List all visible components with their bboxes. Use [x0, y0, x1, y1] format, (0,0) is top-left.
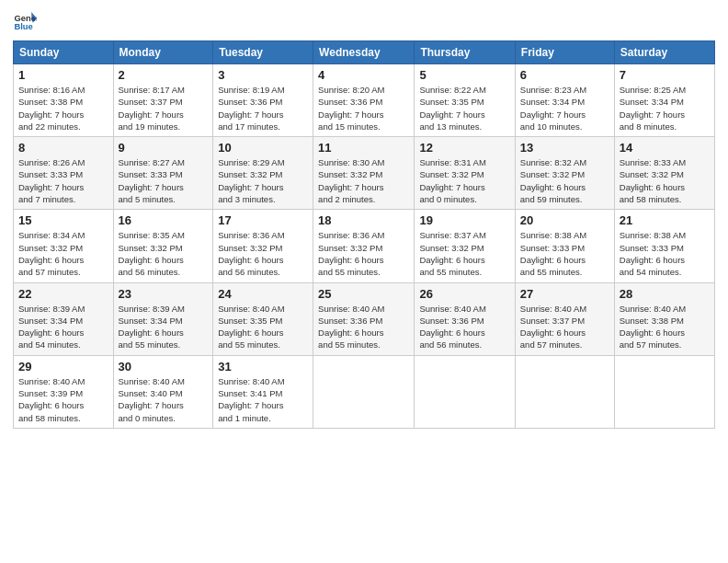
day-info: Sunrise: 8:39 AM Sunset: 3:34 PM Dayligh…	[119, 303, 209, 351]
day-info: Sunrise: 8:38 AM Sunset: 3:33 PM Dayligh…	[520, 229, 609, 278]
day-info: Sunrise: 8:40 AM Sunset: 3:41 PM Dayligh…	[218, 375, 308, 424]
calendar-week-row: 15Sunrise: 8:34 AM Sunset: 3:32 PM Dayli…	[14, 210, 715, 282]
col-header-thursday: Thursday	[415, 41, 515, 64]
calendar-cell: 17Sunrise: 8:36 AM Sunset: 3:32 PM Dayli…	[213, 210, 313, 282]
col-header-monday: Monday	[113, 41, 213, 64]
day-number: 9	[119, 141, 209, 155]
day-info: Sunrise: 8:36 AM Sunset: 3:32 PM Dayligh…	[218, 229, 308, 278]
day-number: 24	[218, 287, 308, 301]
svg-text:Blue: Blue	[14, 22, 32, 31]
day-info: Sunrise: 8:25 AM Sunset: 3:34 PM Dayligh…	[620, 84, 710, 132]
day-info: Sunrise: 8:40 AM Sunset: 3:40 PM Dayligh…	[119, 375, 209, 424]
calendar-cell: 16Sunrise: 8:35 AM Sunset: 3:32 PM Dayli…	[113, 210, 213, 282]
day-number: 10	[218, 141, 308, 155]
calendar-cell: 20Sunrise: 8:38 AM Sunset: 3:33 PM Dayli…	[515, 210, 614, 282]
calendar-cell: 4Sunrise: 8:20 AM Sunset: 3:36 PM Daylig…	[313, 64, 415, 137]
day-info: Sunrise: 8:40 AM Sunset: 3:39 PM Dayligh…	[18, 375, 108, 424]
calendar-table: SundayMondayTuesdayWednesdayThursdayFrid…	[13, 40, 715, 429]
day-number: 16	[119, 213, 209, 227]
day-info: Sunrise: 8:40 AM Sunset: 3:36 PM Dayligh…	[318, 303, 409, 351]
day-number: 31	[218, 360, 308, 373]
calendar-cell: 24Sunrise: 8:40 AM Sunset: 3:35 PM Dayli…	[213, 282, 313, 355]
day-info: Sunrise: 8:30 AM Sunset: 3:32 PM Dayligh…	[318, 156, 409, 205]
day-number: 4	[318, 68, 409, 82]
logo-icon: General Blue	[13, 9, 37, 33]
calendar-week-row: 1Sunrise: 8:16 AM Sunset: 3:38 PM Daylig…	[14, 64, 715, 137]
day-info: Sunrise: 8:38 AM Sunset: 3:33 PM Dayligh…	[620, 229, 710, 278]
day-number: 17	[218, 213, 308, 227]
day-number: 6	[520, 68, 609, 82]
day-info: Sunrise: 8:22 AM Sunset: 3:35 PM Dayligh…	[419, 84, 509, 132]
day-number: 22	[18, 287, 108, 301]
page: General Blue SundayMondayTuesdayWednesda…	[0, 0, 728, 563]
calendar-cell: 31Sunrise: 8:40 AM Sunset: 3:41 PM Dayli…	[213, 355, 313, 428]
calendar-cell: 26Sunrise: 8:40 AM Sunset: 3:36 PM Dayli…	[415, 282, 515, 355]
day-number: 13	[520, 141, 609, 155]
calendar-cell: 14Sunrise: 8:33 AM Sunset: 3:32 PM Dayli…	[614, 137, 714, 210]
col-header-tuesday: Tuesday	[213, 41, 313, 64]
day-number: 5	[419, 68, 509, 82]
day-info: Sunrise: 8:19 AM Sunset: 3:36 PM Dayligh…	[218, 84, 308, 132]
header: General Blue	[13, 9, 715, 33]
day-number: 1	[18, 68, 108, 82]
col-header-sunday: Sunday	[14, 41, 114, 64]
day-number: 2	[119, 68, 209, 82]
day-info: Sunrise: 8:40 AM Sunset: 3:38 PM Dayligh…	[620, 303, 710, 351]
calendar-cell	[515, 355, 614, 428]
calendar-cell: 23Sunrise: 8:39 AM Sunset: 3:34 PM Dayli…	[113, 282, 213, 355]
day-number: 15	[18, 213, 108, 227]
day-number: 11	[318, 141, 409, 155]
day-info: Sunrise: 8:40 AM Sunset: 3:35 PM Dayligh…	[218, 303, 308, 351]
day-number: 28	[620, 287, 710, 301]
day-info: Sunrise: 8:20 AM Sunset: 3:36 PM Dayligh…	[318, 84, 409, 132]
calendar-cell	[313, 355, 415, 428]
day-number: 23	[119, 287, 209, 301]
day-info: Sunrise: 8:40 AM Sunset: 3:36 PM Dayligh…	[419, 303, 509, 351]
day-info: Sunrise: 8:34 AM Sunset: 3:32 PM Dayligh…	[18, 229, 108, 278]
calendar-cell: 25Sunrise: 8:40 AM Sunset: 3:36 PM Dayli…	[313, 282, 415, 355]
day-number: 7	[620, 68, 710, 82]
calendar-cell: 6Sunrise: 8:23 AM Sunset: 3:34 PM Daylig…	[515, 64, 614, 137]
calendar-week-row: 29Sunrise: 8:40 AM Sunset: 3:39 PM Dayli…	[14, 355, 715, 428]
col-header-wednesday: Wednesday	[313, 41, 415, 64]
calendar-cell: 28Sunrise: 8:40 AM Sunset: 3:38 PM Dayli…	[614, 282, 714, 355]
day-info: Sunrise: 8:23 AM Sunset: 3:34 PM Dayligh…	[520, 84, 609, 132]
calendar-cell: 8Sunrise: 8:26 AM Sunset: 3:33 PM Daylig…	[14, 137, 114, 210]
calendar-cell: 30Sunrise: 8:40 AM Sunset: 3:40 PM Dayli…	[113, 355, 213, 428]
day-info: Sunrise: 8:16 AM Sunset: 3:38 PM Dayligh…	[18, 84, 108, 132]
day-info: Sunrise: 8:40 AM Sunset: 3:37 PM Dayligh…	[520, 303, 609, 351]
logo: General Blue	[13, 9, 39, 33]
day-info: Sunrise: 8:32 AM Sunset: 3:32 PM Dayligh…	[520, 156, 609, 205]
calendar-cell: 21Sunrise: 8:38 AM Sunset: 3:33 PM Dayli…	[614, 210, 714, 282]
day-info: Sunrise: 8:35 AM Sunset: 3:32 PM Dayligh…	[119, 229, 209, 278]
day-info: Sunrise: 8:37 AM Sunset: 3:32 PM Dayligh…	[419, 229, 509, 278]
day-info: Sunrise: 8:39 AM Sunset: 3:34 PM Dayligh…	[18, 303, 108, 351]
day-number: 26	[419, 287, 509, 301]
calendar-week-row: 22Sunrise: 8:39 AM Sunset: 3:34 PM Dayli…	[14, 282, 715, 355]
day-info: Sunrise: 8:26 AM Sunset: 3:33 PM Dayligh…	[18, 156, 108, 205]
calendar-cell: 11Sunrise: 8:30 AM Sunset: 3:32 PM Dayli…	[313, 137, 415, 210]
day-number: 18	[318, 213, 409, 227]
calendar-cell: 9Sunrise: 8:27 AM Sunset: 3:33 PM Daylig…	[113, 137, 213, 210]
calendar-cell: 27Sunrise: 8:40 AM Sunset: 3:37 PM Dayli…	[515, 282, 614, 355]
day-info: Sunrise: 8:29 AM Sunset: 3:32 PM Dayligh…	[218, 156, 308, 205]
day-number: 3	[218, 68, 308, 82]
calendar-cell: 12Sunrise: 8:31 AM Sunset: 3:32 PM Dayli…	[415, 137, 515, 210]
day-number: 19	[419, 213, 509, 227]
calendar-cell: 2Sunrise: 8:17 AM Sunset: 3:37 PM Daylig…	[113, 64, 213, 137]
day-number: 30	[119, 360, 209, 373]
calendar-cell: 10Sunrise: 8:29 AM Sunset: 3:32 PM Dayli…	[213, 137, 313, 210]
day-number: 14	[620, 141, 710, 155]
day-number: 20	[520, 213, 609, 227]
calendar-cell: 5Sunrise: 8:22 AM Sunset: 3:35 PM Daylig…	[415, 64, 515, 137]
calendar-cell: 3Sunrise: 8:19 AM Sunset: 3:36 PM Daylig…	[213, 64, 313, 137]
calendar-cell: 22Sunrise: 8:39 AM Sunset: 3:34 PM Dayli…	[14, 282, 114, 355]
day-number: 12	[419, 141, 509, 155]
day-info: Sunrise: 8:17 AM Sunset: 3:37 PM Dayligh…	[119, 84, 209, 132]
calendar-cell	[614, 355, 714, 428]
calendar-cell: 29Sunrise: 8:40 AM Sunset: 3:39 PM Dayli…	[14, 355, 114, 428]
calendar-cell	[415, 355, 515, 428]
day-info: Sunrise: 8:33 AM Sunset: 3:32 PM Dayligh…	[620, 156, 710, 205]
day-info: Sunrise: 8:27 AM Sunset: 3:33 PM Dayligh…	[119, 156, 209, 205]
day-info: Sunrise: 8:36 AM Sunset: 3:32 PM Dayligh…	[318, 229, 409, 278]
